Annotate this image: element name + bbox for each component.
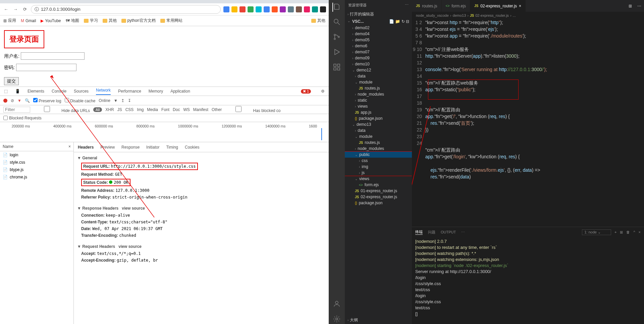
filter-type[interactable]: XHR [105,107,114,112]
ext-icon[interactable] [256,6,262,12]
tree-folder[interactable]: › demo04 [345,31,412,37]
trash-icon[interactable]: 🗑 [626,230,630,234]
bookmark-youtube[interactable]: ▶ YouTube [41,18,61,23]
tab-cookies[interactable]: Cookies [185,145,199,150]
tab-timing[interactable]: Timing [166,145,178,150]
preserve-log[interactable]: Preserve log [33,98,61,103]
tab-terminal[interactable]: 终端 [415,229,423,235]
clear-icon[interactable]: ⊘ [11,98,14,103]
tree-folder-public[interactable]: ⌄ public [345,152,412,158]
request-headers-section[interactable]: ▼ Request Headers view source [77,243,325,250]
tab-problems[interactable]: 问题 [428,230,435,235]
split-terminal-icon[interactable]: ⊞ [620,230,623,234]
tab-memory[interactable]: Memory [149,89,163,94]
request-row[interactable]: 📄 chrome.js [0,173,73,181]
device-icon[interactable]: 📱 [15,89,20,94]
filter-type[interactable]: Other [212,107,222,112]
tree-folder[interactable]: › css [345,158,412,164]
blocked-requests[interactable]: Blocked Requests [0,114,329,122]
username-input[interactable] [21,52,85,60]
tree-folder[interactable]: › node_modules [345,91,412,97]
request-row[interactable]: 📄 login [0,151,73,159]
error-badge[interactable]: ✖ 1 [301,89,311,94]
search-icon[interactable] [333,18,341,27]
terminal-output[interactable]: [nodemon] 2.0.7[nodemon] to restart at a… [412,237,644,324]
response-headers-section[interactable]: ▼ Response Headers view source [77,205,325,212]
workspace[interactable]: ⌄ VSC...📄 📁 ↻ ⊟ [345,18,412,25]
tab-elements[interactable]: Elements [28,89,44,94]
ext-icon[interactable] [320,6,326,12]
open-editors[interactable]: › 打开的编辑器 [345,10,412,18]
close-icon[interactable]: × [519,4,521,8]
explorer-icon[interactable] [332,3,341,12]
filter-all[interactable]: All [93,107,102,112]
download-icon[interactable]: ↧ [128,98,131,103]
tree-file[interactable]: JS routes.js [345,85,412,91]
apps-button[interactable]: ⊞ 应用 [3,18,16,23]
tree-folder[interactable]: › data [345,127,412,133]
ext-icon[interactable] [239,6,246,12]
settings-icon[interactable]: ⚙ [321,89,325,94]
filter-type[interactable]: Font [161,107,169,112]
bookmark-gmail[interactable]: M Gmail [21,18,36,23]
bookmark-python[interactable]: python官方文档 [121,18,156,23]
throttle-select[interactable]: Online [99,98,110,103]
tree-folder[interactable]: › demo05 [345,37,412,43]
editor-tab-active[interactable]: JS 02-express_router.js × [470,0,526,12]
timeline[interactable]: 200000 ms 400000 ms 600000 ms 800000 ms … [0,122,329,142]
filter-type[interactable]: Img [137,107,144,112]
tab-headers[interactable]: Headers [78,145,94,150]
tree-folder[interactable]: › demo10 [345,61,412,67]
tab-application[interactable]: Application [170,89,190,94]
tab-preview[interactable]: Preview [100,145,115,150]
tree-folder[interactable]: ⌄ demo12 [345,67,412,73]
tree-folder[interactable]: › demo07 [345,49,412,55]
tree-folder[interactable]: › views [345,103,412,109]
breadcrumb[interactable]: node_study_vscode › demo13 › JS 02-expre… [412,12,644,19]
tree-folder[interactable]: ⌄ module [345,79,412,85]
tab-network[interactable]: Network [96,88,111,95]
filter-type[interactable]: CSS [125,107,134,112]
bookmark-other[interactable]: 其他 [103,18,117,23]
split-icon[interactable]: ⊞ [626,4,635,8]
back-button[interactable]: ← [3,6,9,13]
more-icon[interactable]: ⋯ [635,4,644,8]
account-icon[interactable] [333,300,341,309]
close-icon[interactable]: × [639,230,641,234]
url-field[interactable]: ⓘ 127.0.0.1:3000/login [31,5,221,14]
ext-icon[interactable] [264,6,270,12]
tree-file[interactable]: JS 02-express_router.js [345,194,412,200]
filter-icon[interactable]: ▼ [17,98,21,103]
tab-output[interactable]: OUTPUT [441,230,456,234]
settings-icon[interactable] [333,315,341,324]
disable-cache[interactable]: Disable cache [65,98,96,103]
tree-file[interactable]: JS app.js [345,109,412,115]
reload-button[interactable]: ⟳ [21,6,28,13]
editor-tab[interactable]: JS routes.js [412,0,442,12]
tab-initiator[interactable]: Initiator [146,145,159,150]
editor-tab[interactable]: <> form.ejs [442,0,470,12]
tree-folder[interactable]: › demo09 [345,55,412,61]
tree-file[interactable]: <> form.ejs [345,182,412,188]
password-input[interactable] [16,64,76,71]
ext-icon[interactable] [304,6,310,12]
request-row[interactable]: 📄 style.css [0,159,73,166]
bookmark-sites[interactable]: 常用网站 [160,18,182,23]
ext-icon[interactable] [288,6,294,12]
ext-icon[interactable] [280,6,286,12]
submit-button[interactable]: 提交 [4,77,19,85]
new-terminal-icon[interactable]: + [614,230,616,234]
tree-folder[interactable]: › js [345,170,412,176]
blocked-cookies[interactable]: Has blocked co [225,106,280,113]
code-editor[interactable]: 1 2 3 4 5 6 7 8 9 10 11 12 13 14 15 16 1… [412,19,644,227]
general-section[interactable]: ▼ General [77,154,325,162]
tree-file[interactable]: JS routes.js [345,140,412,146]
tree-folder[interactable]: ⌄ demo13 [345,121,412,127]
tree-file[interactable]: {} package.json [345,115,412,121]
minimap[interactable] [624,19,644,227]
maximize-icon[interactable]: ^ [633,230,635,234]
filter-type[interactable]: WS [183,107,190,112]
more-icon[interactable]: ⋯ [461,230,465,234]
bookmark-maps[interactable]: 🗺 地图 [66,18,79,23]
record-button[interactable] [3,99,7,103]
